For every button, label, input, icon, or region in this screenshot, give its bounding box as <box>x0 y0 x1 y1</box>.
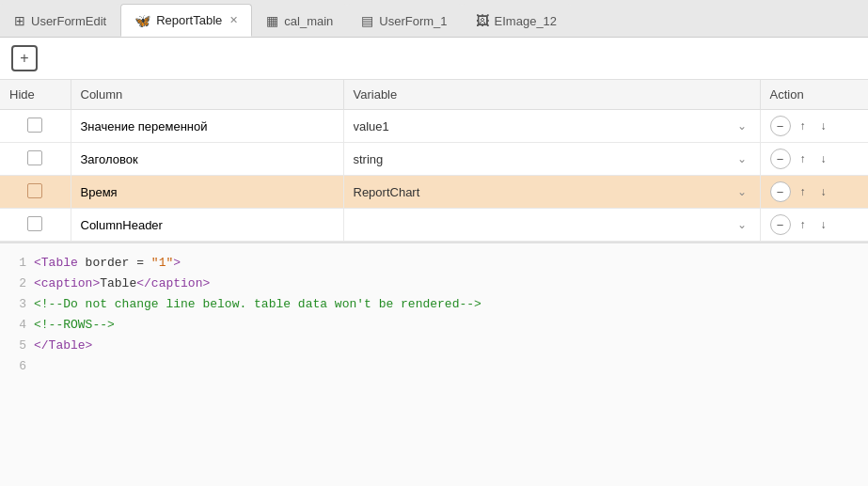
code-line: 6 <box>13 356 855 377</box>
tab-calmain-label: cal_main <box>284 14 333 28</box>
userformedit-icon: ⊞ <box>14 13 25 28</box>
line-number: 5 <box>13 336 26 356</box>
line-content: <!--ROWS--> <box>34 315 115 336</box>
tab-bar: ⊞ UserFormEdit 🦋 ReportTable ✕ ▦ cal_mai… <box>0 0 868 38</box>
hide-cell <box>0 110 71 143</box>
action-cell: −↑↓ <box>760 209 868 242</box>
tab-eimage12[interactable]: 🖼 EImage_12 <box>462 4 572 37</box>
action-cell: −↑↓ <box>760 143 868 176</box>
hide-cell <box>0 176 71 209</box>
th-hide: Hide <box>0 80 71 110</box>
table-row: ColumnHeadervalue1stringReportChart−↑↓ <box>0 209 868 242</box>
hide-checkbox[interactable] <box>27 183 42 198</box>
action-cell: −↑↓ <box>760 176 868 209</box>
line-content: </Table> <box>34 336 92 356</box>
add-icon: + <box>20 50 28 67</box>
move-up-button[interactable]: ↑ <box>795 116 812 136</box>
line-content: <!--Do not change line below. table data… <box>34 294 481 315</box>
remove-row-button[interactable]: − <box>770 181 791 202</box>
variable-select[interactable]: value1stringReportChart <box>354 119 750 133</box>
column-cell: Заголовок <box>71 143 343 176</box>
code-editor[interactable]: 1<Table border = "1">2<caption>Table</ca… <box>0 242 868 486</box>
code-line: 2<caption>Table</caption> <box>13 274 855 294</box>
variable-cell[interactable]: value1stringReportChart <box>343 176 760 209</box>
column-cell: Время <box>71 176 343 209</box>
remove-row-button[interactable]: − <box>770 116 791 136</box>
tab-reporttable-label: ReportTable <box>156 13 222 27</box>
variable-cell[interactable]: value1stringReportChart <box>343 110 760 143</box>
code-line: 5</Table> <box>13 336 855 356</box>
column-cell: ColumnHeader <box>71 209 343 242</box>
move-down-button[interactable]: ↓ <box>815 214 832 235</box>
th-variable: Variable <box>343 80 760 110</box>
tab-userformedit-label: UserFormEdit <box>31 14 106 28</box>
remove-row-button[interactable]: − <box>770 214 791 235</box>
move-down-button[interactable]: ↓ <box>815 181 832 202</box>
hide-checkbox[interactable] <box>27 150 42 165</box>
add-row-button[interactable]: + <box>11 45 38 71</box>
reporttable-icon: 🦋 <box>134 13 150 28</box>
code-line: 4<!--ROWS--> <box>13 315 855 336</box>
th-action: Action <box>760 80 868 110</box>
hide-checkbox[interactable] <box>27 118 42 133</box>
userform1-icon: ▤ <box>361 13 373 28</box>
move-down-button[interactable]: ↓ <box>815 149 832 169</box>
variable-cell[interactable]: value1stringReportChart <box>343 143 760 176</box>
tab-userform1-label: UserForm_1 <box>379 14 447 28</box>
hide-cell <box>0 143 71 176</box>
line-content: <caption>Table</caption> <box>34 274 210 294</box>
content-area: + Hide Column Variable <box>0 38 868 486</box>
move-up-button[interactable]: ↑ <box>795 181 812 202</box>
line-number: 3 <box>13 294 26 315</box>
line-content: <Table border = "1"> <box>34 253 181 274</box>
column-table: Hide Column Variable Action Значение пер… <box>0 80 868 242</box>
column-cell: Значение переменной <box>71 110 343 143</box>
line-number: 2 <box>13 274 26 294</box>
variable-cell[interactable]: value1stringReportChart <box>343 209 760 242</box>
variable-select[interactable]: value1stringReportChart <box>354 185 750 199</box>
column-table-container: Hide Column Variable Action Значение пер… <box>0 80 868 242</box>
code-line: 1<Table border = "1"> <box>13 253 855 274</box>
toolbar: + <box>0 38 868 80</box>
line-number: 1 <box>13 253 26 274</box>
table-row: Заголовокvalue1stringReportChart−↑↓ <box>0 143 868 176</box>
move-up-button[interactable]: ↑ <box>795 214 812 235</box>
remove-row-button[interactable]: − <box>770 149 791 169</box>
tab-close-icon[interactable]: ✕ <box>229 14 238 26</box>
eimage12-icon: 🖼 <box>476 13 489 28</box>
line-number: 4 <box>13 315 26 336</box>
calmain-icon: ▦ <box>266 13 278 28</box>
line-number: 6 <box>13 356 26 377</box>
hide-cell <box>0 209 71 242</box>
tab-reporttable[interactable]: 🦋 ReportTable ✕ <box>120 4 252 37</box>
tab-userform1[interactable]: ▤ UserForm_1 <box>347 4 461 37</box>
move-up-button[interactable]: ↑ <box>795 149 812 169</box>
th-column: Column <box>71 80 343 110</box>
tab-userformedit[interactable]: ⊞ UserFormEdit <box>0 4 120 37</box>
table-row: Значение переменнойvalue1stringReportCha… <box>0 110 868 143</box>
tab-calmain[interactable]: ▦ cal_main <box>252 4 347 37</box>
table-header-row: Hide Column Variable Action <box>0 80 868 110</box>
tab-eimage12-label: EImage_12 <box>495 14 558 28</box>
code-line: 3<!--Do not change line below. table dat… <box>13 294 855 315</box>
move-down-button[interactable]: ↓ <box>815 116 832 136</box>
variable-select[interactable]: value1stringReportChart <box>354 152 750 166</box>
table-row: Времяvalue1stringReportChart−↑↓ <box>0 176 868 209</box>
hide-checkbox[interactable] <box>27 216 42 231</box>
action-cell: −↑↓ <box>760 110 868 143</box>
variable-select[interactable]: value1stringReportChart <box>354 218 750 232</box>
